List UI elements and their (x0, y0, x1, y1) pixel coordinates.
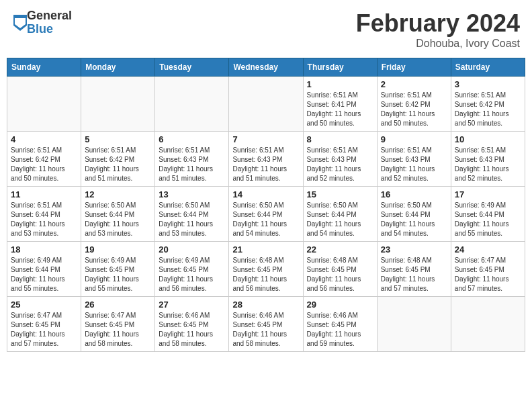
day-cell: 10Sunrise: 6:51 AMSunset: 6:43 PMDayligh… (451, 132, 525, 187)
day-number: 22 (307, 244, 373, 255)
day-number: 9 (381, 134, 447, 144)
day-info: Sunrise: 6:50 AMSunset: 6:44 PMDaylight:… (307, 201, 373, 238)
day-cell: 23Sunrise: 6:48 AMSunset: 6:45 PMDayligh… (377, 242, 451, 297)
day-cell: 5Sunrise: 6:51 AMSunset: 6:42 PMDaylight… (81, 132, 155, 187)
day-number: 26 (85, 300, 151, 310)
day-number: 7 (232, 134, 299, 144)
col-wednesday: Wednesday (229, 58, 303, 77)
day-number: 14 (232, 189, 299, 199)
day-cell: 22Sunrise: 6:48 AMSunset: 6:45 PMDayligh… (303, 242, 377, 297)
col-saturday: Saturday (451, 58, 525, 77)
day-cell (229, 77, 303, 132)
day-number: 13 (159, 189, 225, 199)
month-title: February 2024 (356, 9, 520, 38)
day-cell: 7Sunrise: 6:51 AMSunset: 6:43 PMDaylight… (229, 132, 303, 187)
location-title: Dohouba, Ivory Coast (356, 38, 520, 50)
day-number: 29 (307, 300, 373, 310)
day-info: Sunrise: 6:47 AMSunset: 6:45 PMDaylight:… (455, 256, 521, 293)
day-info: Sunrise: 6:51 AMSunset: 6:42 PMDaylight:… (85, 146, 151, 183)
day-cell: 15Sunrise: 6:50 AMSunset: 6:44 PMDayligh… (303, 187, 377, 242)
day-number: 3 (455, 79, 521, 89)
day-cell (377, 297, 451, 352)
logo-blue-text: Blue (27, 23, 72, 36)
day-info: Sunrise: 6:51 AMSunset: 6:43 PMDaylight:… (307, 146, 373, 183)
week-row-2: 11Sunrise: 6:51 AMSunset: 6:44 PMDayligh… (7, 187, 525, 242)
day-cell (7, 77, 81, 132)
day-number: 25 (11, 300, 77, 310)
day-number: 19 (85, 244, 151, 255)
day-info: Sunrise: 6:51 AMSunset: 6:43 PMDaylight:… (381, 146, 447, 183)
day-info: Sunrise: 6:51 AMSunset: 6:42 PMDaylight:… (11, 146, 77, 183)
day-info: Sunrise: 6:51 AMSunset: 6:44 PMDaylight:… (11, 201, 77, 238)
day-info: Sunrise: 6:49 AMSunset: 6:44 PMDaylight:… (455, 201, 521, 238)
day-info: Sunrise: 6:50 AMSunset: 6:44 PMDaylight:… (232, 201, 299, 238)
day-info: Sunrise: 6:50 AMSunset: 6:44 PMDaylight:… (381, 201, 447, 238)
day-info: Sunrise: 6:48 AMSunset: 6:45 PMDaylight:… (307, 256, 373, 293)
day-info: Sunrise: 6:49 AMSunset: 6:45 PMDaylight:… (159, 256, 225, 293)
logo-text: General Blue (27, 9, 72, 36)
day-number: 17 (455, 189, 521, 199)
day-info: Sunrise: 6:51 AMSunset: 6:41 PMDaylight:… (307, 91, 373, 128)
day-number: 11 (11, 189, 77, 199)
day-number: 8 (307, 134, 373, 144)
day-cell (81, 77, 155, 132)
day-info: Sunrise: 6:48 AMSunset: 6:45 PMDaylight:… (232, 256, 299, 293)
day-info: Sunrise: 6:51 AMSunset: 6:43 PMDaylight:… (159, 146, 225, 183)
day-cell: 17Sunrise: 6:49 AMSunset: 6:44 PMDayligh… (451, 187, 525, 242)
day-number: 12 (85, 189, 151, 199)
day-cell: 27Sunrise: 6:46 AMSunset: 6:45 PMDayligh… (155, 297, 229, 352)
logo-icon (13, 15, 27, 31)
day-number: 4 (11, 134, 77, 144)
day-number: 28 (232, 300, 299, 310)
day-cell: 18Sunrise: 6:49 AMSunset: 6:44 PMDayligh… (7, 242, 81, 297)
day-cell: 2Sunrise: 6:51 AMSunset: 6:42 PMDaylight… (377, 77, 451, 132)
title-area: February 2024 Dohouba, Ivory Coast (356, 9, 520, 50)
logo: General Blue (12, 9, 72, 36)
day-cell: 8Sunrise: 6:51 AMSunset: 6:43 PMDaylight… (303, 132, 377, 187)
day-cell: 11Sunrise: 6:51 AMSunset: 6:44 PMDayligh… (7, 187, 81, 242)
day-cell: 6Sunrise: 6:51 AMSunset: 6:43 PMDaylight… (155, 132, 229, 187)
day-number: 18 (11, 244, 77, 255)
day-info: Sunrise: 6:51 AMSunset: 6:42 PMDaylight:… (381, 91, 447, 128)
day-cell: 9Sunrise: 6:51 AMSunset: 6:43 PMDaylight… (377, 132, 451, 187)
day-info: Sunrise: 6:46 AMSunset: 6:45 PMDaylight:… (307, 311, 373, 349)
col-monday: Monday (81, 58, 155, 77)
day-info: Sunrise: 6:51 AMSunset: 6:43 PMDaylight:… (455, 146, 521, 183)
day-info: Sunrise: 6:51 AMSunset: 6:42 PMDaylight:… (455, 91, 521, 128)
day-info: Sunrise: 6:50 AMSunset: 6:44 PMDaylight:… (159, 201, 225, 238)
day-cell: 26Sunrise: 6:47 AMSunset: 6:45 PMDayligh… (81, 297, 155, 352)
day-cell: 19Sunrise: 6:49 AMSunset: 6:45 PMDayligh… (81, 242, 155, 297)
calendar-table: Sunday Monday Tuesday Wednesday Thursday… (7, 58, 525, 352)
day-number: 2 (381, 79, 447, 89)
day-cell (155, 77, 229, 132)
week-row-1: 4Sunrise: 6:51 AMSunset: 6:42 PMDaylight… (7, 132, 525, 187)
day-number: 24 (455, 244, 521, 255)
day-info: Sunrise: 6:50 AMSunset: 6:44 PMDaylight:… (85, 201, 151, 238)
day-info: Sunrise: 6:47 AMSunset: 6:45 PMDaylight:… (85, 311, 151, 349)
day-cell: 12Sunrise: 6:50 AMSunset: 6:44 PMDayligh… (81, 187, 155, 242)
day-cell: 25Sunrise: 6:47 AMSunset: 6:45 PMDayligh… (7, 297, 81, 352)
day-number: 10 (455, 134, 521, 144)
col-sunday: Sunday (7, 58, 81, 77)
day-info: Sunrise: 6:49 AMSunset: 6:45 PMDaylight:… (85, 256, 151, 293)
col-tuesday: Tuesday (155, 58, 229, 77)
day-cell: 24Sunrise: 6:47 AMSunset: 6:45 PMDayligh… (451, 242, 525, 297)
header: General Blue February 2024 Dohouba, Ivor… (7, 7, 525, 52)
day-info: Sunrise: 6:48 AMSunset: 6:45 PMDaylight:… (381, 256, 447, 293)
day-number: 23 (381, 244, 447, 255)
day-cell: 13Sunrise: 6:50 AMSunset: 6:44 PMDayligh… (155, 187, 229, 242)
day-number: 21 (232, 244, 299, 255)
day-cell: 21Sunrise: 6:48 AMSunset: 6:45 PMDayligh… (229, 242, 303, 297)
col-friday: Friday (377, 58, 451, 77)
col-thursday: Thursday (303, 58, 377, 77)
day-cell: 29Sunrise: 6:46 AMSunset: 6:45 PMDayligh… (303, 297, 377, 352)
header-row: Sunday Monday Tuesday Wednesday Thursday… (7, 58, 525, 77)
week-row-3: 18Sunrise: 6:49 AMSunset: 6:44 PMDayligh… (7, 242, 525, 297)
day-number: 6 (159, 134, 225, 144)
day-cell: 28Sunrise: 6:46 AMSunset: 6:45 PMDayligh… (229, 297, 303, 352)
day-info: Sunrise: 6:46 AMSunset: 6:45 PMDaylight:… (232, 311, 299, 349)
day-cell: 16Sunrise: 6:50 AMSunset: 6:44 PMDayligh… (377, 187, 451, 242)
day-cell: 3Sunrise: 6:51 AMSunset: 6:42 PMDaylight… (451, 77, 525, 132)
day-cell: 1Sunrise: 6:51 AMSunset: 6:41 PMDaylight… (303, 77, 377, 132)
day-cell: 4Sunrise: 6:51 AMSunset: 6:42 PMDaylight… (7, 132, 81, 187)
